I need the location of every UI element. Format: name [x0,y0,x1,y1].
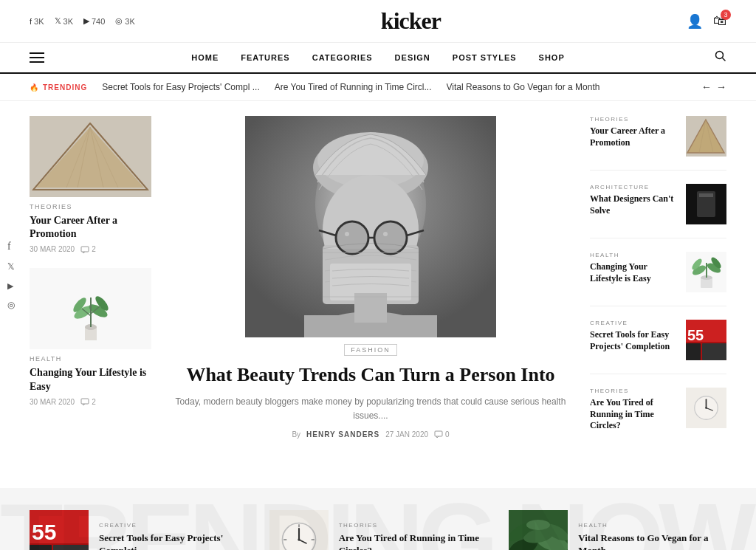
svg-point-0 [716,52,724,59]
right-article-5-title[interactable]: Are You Tired of Running in Time Circles… [590,397,678,432]
svg-point-37 [345,232,349,236]
twitter-count-label: 3K [63,17,73,26]
right-article-2-text: ARCHITECTURE What Designers Can't Solve [590,184,678,216]
trending-next[interactable]: → [716,81,726,93]
bottom-card-2: THEORIES Are You Tired of Running in Tim… [269,510,487,550]
facebook-count-label: 3K [34,17,44,26]
top-bar: f 3K 𝕏 3K ▶ 740 ◎ 3K kicker 👤 🛍 3 [0,0,756,43]
bottom-card-2-img[interactable] [269,510,329,550]
svg-rect-22 [81,399,89,404]
bottom-card-2-title[interactable]: Are You Tired of Running in Time Circles… [339,532,487,550]
hamburger-menu[interactable] [30,52,44,63]
left-article-2-category: HEALTH [30,355,151,362]
svg-point-33 [375,222,406,253]
right-triangle-img [686,116,726,157]
right-article-2-category: ARCHITECTURE [590,184,678,190]
nav-design[interactable]: DESIGN [395,53,430,62]
right-article-2-img[interactable] [686,184,726,224]
trending-bar: 🔥 TRENDING Secret Tools for Easy Project… [0,74,756,101]
nav-features[interactable]: FEATURES [241,53,289,62]
right-article-2: ARCHITECTURE What Designers Can't Solve [590,184,726,238]
featured-image[interactable] [166,116,575,337]
left-youtube-icon[interactable]: ▶ [7,281,15,290]
bottom-card-1-title[interactable]: Secret Tools for Easy Projects' Completi… [99,532,247,550]
left-instagram-icon[interactable]: ◎ [7,299,15,310]
left-article-2-img[interactable] [30,268,151,349]
right-article-2-title[interactable]: What Designers Can't Solve [590,193,678,216]
twitter-icon: 𝕏 [55,16,61,26]
bottom-card-1-img[interactable]: 55 [30,510,89,550]
trending-nav: ← → [701,81,726,93]
right-article-4-img[interactable]: 55 [686,320,726,360]
facebook-count[interactable]: f 3K [30,17,44,26]
right-article-1-category: THEORIES [590,116,678,123]
featured-date: 27 JAN 2020 [385,430,428,439]
dark-img [686,184,726,224]
right-article-3-category: HEALTH [590,252,678,258]
search-button[interactable] [715,50,726,65]
trending-item-3[interactable]: Vital Reasons to Go Vegan for a Month [447,82,600,92]
youtube-count[interactable]: ▶ 740 [83,16,105,26]
triangle-image [30,116,151,197]
cart-badge: 3 [721,10,731,20]
left-article-2-date: 30 MAR 2020 [30,398,75,406]
left-twitter-icon[interactable]: 𝕏 [7,261,15,272]
trending-prev[interactable]: ← [701,81,712,93]
user-icon[interactable]: 👤 [687,13,703,30]
left-article-1-title[interactable]: Your Career After a Promotion [30,214,151,241]
nav-categories[interactable]: CATEGORIES [312,53,373,62]
nav-shop[interactable]: SHOP [539,53,565,62]
left-article-1-date: 30 MAR 2020 [30,245,75,253]
bottom-card-3-img[interactable] [509,510,568,550]
featured-author[interactable]: HENRY SANDERS [306,430,379,439]
right-column: THEORIES Your Career After a Promotion A… [590,116,726,458]
right-article-3-title[interactable]: Changing Your Lifestyle is Easy [590,261,678,284]
svg-point-38 [383,232,388,236]
right-article-4-title[interactable]: Secret Tools for Easy Projects' Completi… [590,329,678,352]
left-article-2: HEALTH Changing Your Lifestyle is Easy 3… [30,268,151,405]
bottom-card-2-text: THEORIES Are You Tired of Running in Tim… [339,522,487,550]
svg-rect-72 [53,545,89,550]
featured-caption: FASHION What Beauty Trends Can Turn a Pe… [166,337,575,441]
left-article-1-img[interactable] [30,116,151,197]
right-article-5: THEORIES Are You Tired of Running in Tim… [590,388,726,445]
bottom-strip-grid: 55 CREATIVE Secret Tools for Easy Projec… [30,510,726,550]
left-article-1-comments: 2 [80,245,96,253]
svg-rect-62 [686,343,701,360]
featured-excerpt: Today, modern beauty bloggers make money… [166,395,575,423]
fire-icon: 🔥 [30,83,39,92]
instagram-count[interactable]: ◎ 3K [115,16,134,26]
right-article-1-img[interactable] [686,116,726,157]
trending-items: Secret Tools for Easy Projects' Compl ..… [102,82,687,92]
bottom-card-3: HEALTH Vital Reasons to Go Vegan for a M… [509,510,726,550]
bottom-strip: TRENDING NOW 55 CREATIVE Secret Tools fo… [0,488,756,550]
twitter-count[interactable]: 𝕏 3K [55,16,73,26]
bottom-card-3-title[interactable]: Vital Reasons to Go Vegan for a Month [578,532,726,550]
right-article-5-img[interactable] [686,388,726,428]
nav-bar: HOME FEATURES CATEGORIES DESIGN POST STY… [0,43,756,74]
cart-button[interactable]: 🛍 3 [713,13,726,29]
right-article-4-text: CREATIVE Secret Tools for Easy Projects'… [590,320,678,352]
svg-line-1 [723,58,726,61]
trending-item-1[interactable]: Secret Tools for Easy Projects' Compl ..… [102,82,259,92]
left-article-2-title[interactable]: Changing Your Lifestyle is Easy [30,366,151,393]
right-article-3-img[interactable] [686,252,726,292]
left-article-2-meta: 30 MAR 2020 2 [30,398,151,406]
featured-title[interactable]: What Beauty Trends Can Turn a Person Int… [166,363,575,388]
svg-rect-71 [30,545,52,550]
trending-item-2[interactable]: Are You Tired of Running in Time Circl..… [275,82,432,92]
left-article-2-comments: 2 [80,398,96,406]
right-article-1-title[interactable]: Your Career After a Promotion [590,126,678,148]
nav-post-styles[interactable]: POST STYLES [453,53,517,62]
site-logo[interactable]: kicker [381,7,441,35]
right-article-4-category: CREATIVE [590,320,678,326]
right-article-5-text: THEORIES Are You Tired of Running in Tim… [590,388,678,432]
svg-point-67 [705,407,707,409]
svg-point-87 [526,520,550,530]
featured-tag: FASHION [344,344,397,356]
bottom-card-2-category: THEORIES [339,522,487,529]
left-facebook-icon[interactable]: f [7,240,15,252]
svg-text:55: 55 [32,520,56,544]
nav-home[interactable]: HOME [191,53,219,62]
social-counts: f 3K 𝕏 3K ▶ 740 ◎ 3K [30,16,135,26]
